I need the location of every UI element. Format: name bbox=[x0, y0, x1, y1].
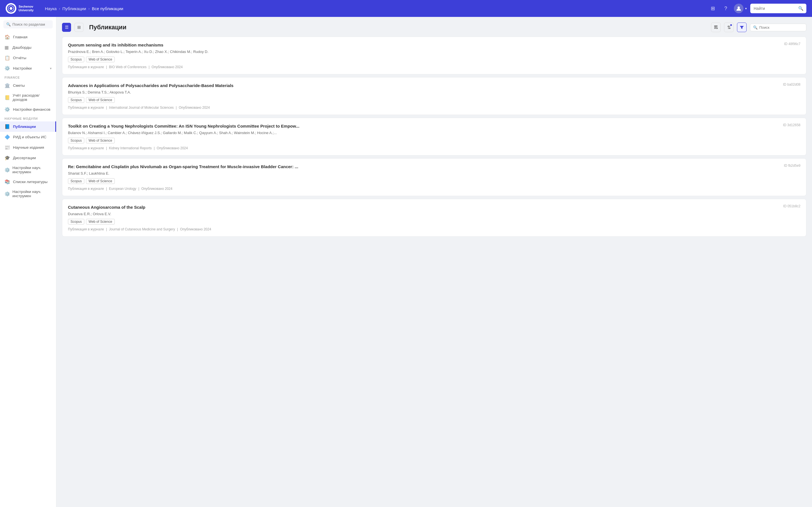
pub-authors: Bhuniya S.; Demina T.S.; Akopova T.A. bbox=[68, 90, 801, 94]
sidebar-item-sci-settings[interactable]: ⚙️ Настройки науч. инструмен bbox=[0, 163, 56, 177]
sidebar-search-box: 🔍 bbox=[3, 20, 53, 29]
help-icon-button[interactable]: ? bbox=[721, 4, 730, 13]
sidebar-item-sci-settings2[interactable]: ⚙️ Настройки науч. инструмен bbox=[0, 187, 56, 201]
dissertations-icon: 🎓 bbox=[4, 155, 10, 161]
export-button[interactable] bbox=[711, 22, 721, 32]
sidebar-item-rid[interactable]: 🔷 РИД и объекты ИС bbox=[0, 132, 56, 142]
pub-title[interactable]: Re: Gemcitabine and Cisplatin plus Nivol… bbox=[68, 164, 801, 170]
sliders-icon-button[interactable]: ⊞ bbox=[708, 4, 718, 13]
pub-title[interactable]: Advances in Applications of Polysacchari… bbox=[68, 82, 801, 89]
sidebar-item-dissertations[interactable]: 🎓 Диссертации bbox=[0, 153, 56, 163]
pub-id: ID 051b8c2 bbox=[783, 204, 801, 208]
pub-authors: Bulanov N.; Alshamsi I.; Cambier A.; Chá… bbox=[68, 131, 801, 135]
top-search-button[interactable]: 🔍 bbox=[795, 4, 806, 13]
breadcrumb-publications[interactable]: Публикации bbox=[62, 6, 86, 11]
sci-settings-icon: ⚙️ bbox=[4, 167, 10, 173]
sidebar-item-label: Главная bbox=[13, 35, 28, 39]
tag-scopus[interactable]: Scopus bbox=[68, 57, 84, 62]
sidebar-item-publications[interactable]: 📘 Публикации bbox=[0, 121, 56, 132]
svg-point-3 bbox=[738, 6, 740, 9]
sidebar: 🔍 🏠 Главная ▦ Дашборды 📋 Отчёты ⚙️ Настр… bbox=[0, 17, 56, 507]
sidebar-item-label: Настройки науч. инструмен bbox=[12, 166, 52, 174]
bibliography-icon: 📚 bbox=[4, 179, 10, 184]
logo[interactable]: Sechenov University bbox=[6, 3, 34, 14]
sidebar-item-label: Отчёты bbox=[13, 56, 26, 60]
sidebar-item-label: Настройки bbox=[13, 66, 32, 70]
breadcrumb-sep-1: › bbox=[59, 6, 60, 11]
sort-button[interactable]: ⇅ bbox=[724, 22, 733, 32]
sci-settings2-icon: ⚙️ bbox=[4, 191, 10, 196]
pub-meta: Публикация в журнале | Kidney Internatio… bbox=[68, 146, 801, 150]
avatar bbox=[734, 4, 744, 13]
reports-icon: 📋 bbox=[4, 55, 10, 61]
pub-title[interactable]: Toolkit on Creating a Young Nephrologist… bbox=[68, 123, 801, 129]
publication-card: ID 48f96c7 Quorum sensing and its inhibi… bbox=[62, 37, 806, 74]
accounting-icon: 📒 bbox=[4, 95, 10, 100]
sidebar-item-label: Списки литературы bbox=[13, 180, 47, 184]
filter-button[interactable] bbox=[737, 22, 747, 32]
page-title: Публикации bbox=[89, 24, 708, 31]
nav-right-actions: ⊞ ? ▾ 🔍 bbox=[708, 4, 806, 13]
pub-authors: Dunaeva E.R.; Orlova E.V. bbox=[68, 212, 801, 216]
svg-rect-6 bbox=[714, 28, 716, 29]
sidebar-item-reports[interactable]: 📋 Отчёты bbox=[0, 53, 56, 63]
svg-point-2 bbox=[10, 7, 12, 10]
journals-icon: 📰 bbox=[4, 145, 10, 150]
svg-rect-5 bbox=[714, 27, 716, 27]
pub-tags: Scopus Web of Science bbox=[68, 57, 801, 62]
tag-scopus[interactable]: Scopus bbox=[68, 178, 84, 184]
sidebar-item-label: Учёт расходов/доходов bbox=[13, 93, 52, 102]
sidebar-item-bibliography[interactable]: 📚 Списки литературы bbox=[0, 177, 56, 187]
tag-wos[interactable]: Web of Science bbox=[86, 138, 115, 144]
chevron-down-icon: ▾ bbox=[745, 7, 747, 10]
pub-id: ID 48f96c7 bbox=[784, 42, 801, 46]
breadcrumb-sep-2: › bbox=[88, 6, 89, 11]
tag-wos[interactable]: Web of Science bbox=[86, 178, 115, 184]
sidebar-item-home[interactable]: 🏠 Главная bbox=[0, 32, 56, 42]
sidebar-item-fin-settings[interactable]: ⚙️ Настройки финансов bbox=[0, 104, 56, 115]
svg-rect-4 bbox=[714, 25, 718, 26]
pub-tags: Scopus Web of Science bbox=[68, 138, 801, 144]
list-view-button[interactable]: ☰ bbox=[62, 23, 71, 32]
pub-id: ID 3d12658 bbox=[783, 123, 801, 127]
tag-wos[interactable]: Web of Science bbox=[86, 97, 115, 103]
publication-card: ID 3d12658 Toolkit on Creating a Young N… bbox=[62, 118, 806, 156]
sidebar-search-icon: 🔍 bbox=[6, 22, 11, 26]
breadcrumb-nauka[interactable]: Наука bbox=[45, 6, 57, 11]
sidebar-search-input[interactable] bbox=[12, 22, 50, 26]
tag-wos[interactable]: Web of Science bbox=[86, 57, 115, 62]
fin-settings-icon: ⚙️ bbox=[4, 107, 10, 112]
list-search-box: 🔍 bbox=[750, 24, 806, 31]
pub-title[interactable]: Quorum sensing and its inhibition mechan… bbox=[68, 42, 801, 48]
pub-title[interactable]: Cutaneous Angiosarcoma of the Scalp bbox=[68, 204, 801, 210]
sidebar-item-dashboards[interactable]: ▦ Дашборды bbox=[0, 42, 56, 53]
sidebar-item-label: Настройки финансов bbox=[13, 107, 50, 112]
pub-id: ID fb2d5e9 bbox=[784, 164, 801, 168]
list-search-input[interactable] bbox=[759, 25, 802, 30]
app-layout: 🔍 🏠 Главная ▦ Дашборды 📋 Отчёты ⚙️ Настр… bbox=[0, 17, 812, 507]
pub-authors: Shariat S.F.; Laukhtina E. bbox=[68, 171, 801, 175]
sidebar-item-label: Дашборды bbox=[12, 45, 32, 50]
user-avatar-button[interactable]: ▾ bbox=[734, 4, 747, 13]
pub-id: ID ba02d08 bbox=[783, 82, 801, 87]
tag-scopus[interactable]: Scopus bbox=[68, 219, 84, 224]
tag-scopus[interactable]: Scopus bbox=[68, 138, 84, 144]
tag-scopus[interactable]: Scopus bbox=[68, 97, 84, 103]
sidebar-item-settings[interactable]: ⚙️ Настройки ▾ bbox=[0, 63, 56, 73]
sidebar-item-label: Публикации bbox=[13, 124, 36, 129]
chevron-down-icon: ▾ bbox=[50, 66, 52, 70]
science-section-label: НАУЧНЫЕ МОДУЛИ bbox=[0, 115, 56, 121]
pub-meta: Публикация в журнале | BIO Web of Confer… bbox=[68, 65, 801, 69]
sidebar-item-budgets[interactable]: 🏛️ Сметы bbox=[0, 80, 56, 91]
top-search-input[interactable] bbox=[750, 6, 795, 11]
settings-icon: ⚙️ bbox=[4, 66, 10, 71]
sidebar-item-accounting[interactable]: 📒 Учёт расходов/доходов bbox=[0, 91, 56, 104]
sidebar-item-label: Диссертации bbox=[13, 156, 36, 160]
sidebar-item-journals[interactable]: 📰 Научные издания bbox=[0, 142, 56, 153]
sidebar-item-label: Настройки науч. инструмен bbox=[12, 189, 52, 198]
tag-wos[interactable]: Web of Science bbox=[86, 219, 115, 224]
pub-meta: Публикация в журнале | International Jou… bbox=[68, 106, 801, 110]
sidebar-item-label: Научные издания bbox=[13, 145, 44, 150]
grid-view-button[interactable]: ⊞ bbox=[74, 23, 84, 32]
finance-section-label: FINANCE bbox=[0, 73, 56, 80]
